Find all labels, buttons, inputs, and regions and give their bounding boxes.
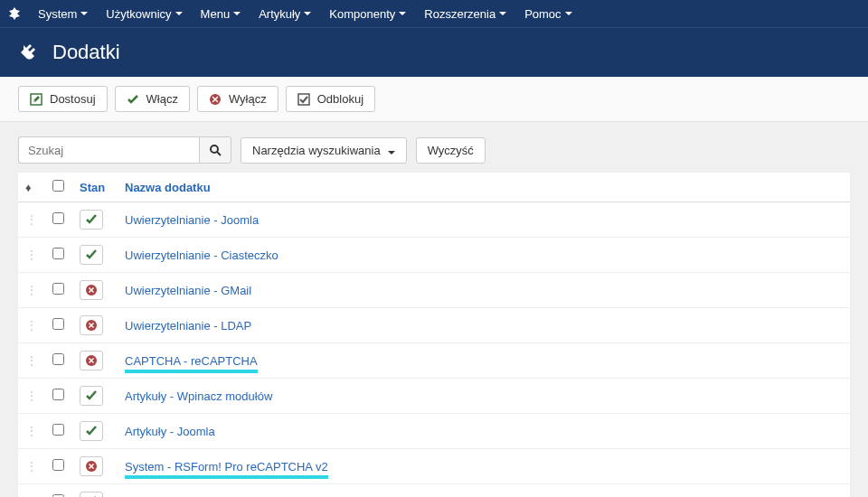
check-icon (127, 93, 139, 106)
nav-label: Menu (201, 7, 231, 21)
caret-down-icon (80, 12, 88, 15)
row-checkbox[interactable] (52, 212, 64, 224)
col-state[interactable]: Stan (72, 173, 118, 202)
svg-rect-2 (298, 94, 309, 105)
table-row: ⋮Uwierzytelnianie - GMail (18, 273, 850, 308)
plugin-link[interactable]: CAPTCHA - reCAPTCHA (125, 354, 258, 373)
table-row: ⋮CAPTCHA - reCAPTCHA (18, 343, 850, 379)
table-row: ⋮System - RSForm! Pro reCAPTCHA v2 (18, 449, 850, 484)
caret-down-icon (399, 12, 406, 15)
status-disabled-button[interactable] (80, 315, 103, 335)
col-order[interactable]: ♦ (18, 173, 45, 202)
page-title: Dodatki (52, 41, 120, 64)
svg-point-3 (211, 145, 218, 153)
plugin-link[interactable]: Artykuły - Wpinacz modułów (125, 389, 272, 403)
plugin-icon (18, 42, 40, 63)
status-enabled-button[interactable] (80, 245, 103, 265)
status-enabled-button[interactable] (80, 386, 103, 406)
drag-handle-icon[interactable]: ⋮ (25, 212, 38, 227)
col-name[interactable]: Nazwa dodatku (118, 173, 850, 202)
content-area: Narzędzia wyszukiwania Wyczyść ♦ Stan Na… (0, 122, 868, 497)
status-disabled-button[interactable] (80, 456, 103, 476)
nav-label: Użytkownicy (106, 7, 171, 21)
col-select-all (45, 173, 72, 202)
nav-item-5[interactable]: Rozszerzenia (415, 2, 515, 26)
search-input[interactable] (18, 136, 199, 164)
page-header: Dodatki (0, 27, 868, 77)
plugin-link[interactable]: System - RSForm! Pro reCAPTCHA v2 (125, 460, 328, 479)
nav-label: Artykuły (259, 7, 300, 21)
disable-button[interactable]: Wyłącz (197, 86, 278, 112)
table-row: ⋮Artykuły - Joomla (18, 414, 850, 449)
toolbar: Dostosuj Włącz Wyłącz Odblokuj (0, 77, 868, 122)
search-row: Narzędzia wyszukiwania Wyczyść (18, 136, 850, 164)
top-navbar: SystemUżytkownicyMenuArtykułyKomponentyR… (0, 0, 868, 27)
status-disabled-button[interactable] (80, 351, 103, 370)
nav-item-3[interactable]: Artykuły (250, 2, 320, 26)
nav-label: Pomoc (524, 7, 561, 21)
drag-handle-icon[interactable]: ⋮ (25, 459, 38, 474)
table-row: ⋮Uwierzytelnianie - Ciasteczko (18, 238, 850, 273)
row-checkbox[interactable] (52, 424, 64, 436)
drag-handle-icon[interactable]: ⋮ (25, 248, 38, 262)
plugins-table: ♦ Stan Nazwa dodatku ⋮Uwierzytelnianie -… (18, 173, 850, 497)
drag-handle-icon[interactable]: ⋮ (25, 318, 38, 333)
plugin-link[interactable]: Uwierzytelnianie - Ciasteczko (125, 248, 278, 262)
select-all-checkbox[interactable] (52, 180, 64, 192)
plugin-link[interactable]: Uwierzytelnianie - GMail (125, 284, 251, 297)
nav-item-4[interactable]: Komponenty (320, 2, 415, 26)
edit-icon (30, 93, 42, 106)
caret-down-icon (304, 12, 311, 15)
caret-down-icon (499, 12, 506, 15)
caret-down-icon (175, 12, 183, 15)
plugin-link[interactable]: Uwierzytelnianie - LDAP (125, 319, 251, 333)
plugin-link[interactable]: Artykuły - Joomla (125, 425, 215, 438)
table-row: ⋮System - Czyść wygasłe dane sesji (18, 484, 850, 498)
row-checkbox[interactable] (52, 283, 64, 295)
joomla-logo-icon[interactable] (7, 6, 29, 21)
nav-label: System (38, 7, 77, 21)
caret-down-icon (233, 12, 241, 15)
unlock-button[interactable]: Odblokuj (286, 86, 375, 112)
search-button[interactable] (199, 136, 231, 164)
table-row: ⋮Artykuły - Wpinacz modułów (18, 379, 850, 414)
status-enabled-button[interactable] (80, 421, 103, 441)
search-tools-button[interactable]: Narzędzia wyszukiwania (241, 137, 407, 164)
drag-handle-icon[interactable]: ⋮ (25, 283, 38, 297)
customize-button[interactable]: Dostosuj (18, 86, 108, 112)
nav-item-0[interactable]: System (29, 2, 97, 26)
drag-handle-icon[interactable]: ⋮ (25, 424, 38, 438)
nav-label: Komponenty (329, 7, 395, 21)
row-checkbox[interactable] (52, 353, 64, 365)
sort-icon: ♦ (25, 181, 32, 194)
drag-handle-icon[interactable]: ⋮ (25, 353, 38, 368)
caret-down-icon (388, 144, 395, 157)
table-row: ⋮Uwierzytelnianie - Joomla (18, 202, 850, 238)
enable-button[interactable]: Włącz (115, 86, 190, 112)
table-row: ⋮Uwierzytelnianie - LDAP (18, 308, 850, 343)
caret-down-icon (565, 12, 572, 15)
nav-item-1[interactable]: Użytkownicy (97, 2, 191, 26)
row-checkbox[interactable] (52, 318, 64, 330)
row-checkbox[interactable] (52, 459, 64, 471)
plugin-link[interactable]: Uwierzytelnianie - Joomla (125, 213, 259, 227)
cancel-icon (209, 93, 222, 106)
nav-item-6[interactable]: Pomoc (515, 2, 580, 26)
checkbox-icon (297, 93, 310, 106)
nav-label: Rozszerzenia (424, 7, 495, 21)
row-checkbox[interactable] (52, 389, 64, 400)
drag-handle-icon[interactable]: ⋮ (25, 389, 38, 403)
row-checkbox[interactable] (52, 248, 64, 259)
status-enabled-button[interactable] (80, 492, 103, 497)
status-enabled-button[interactable] (80, 210, 103, 230)
search-icon (209, 144, 222, 156)
nav-item-2[interactable]: Menu (192, 2, 250, 26)
status-disabled-button[interactable] (80, 280, 103, 300)
clear-button[interactable]: Wyczyść (416, 137, 486, 164)
